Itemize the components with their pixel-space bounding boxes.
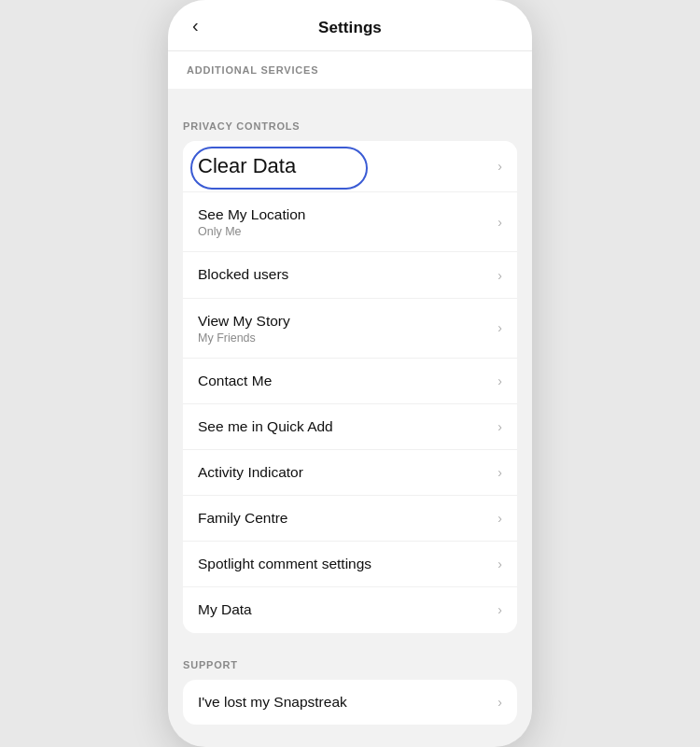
- chevron-icon-clear-data: ›: [497, 159, 502, 174]
- privacy-controls-section: PRIVACY CONTROLS Clear Data › See My Loc…: [168, 104, 532, 632]
- page-title: Settings: [318, 19, 382, 37]
- menu-item-lost-snapstreak[interactable]: I've lost my Snapstreak ›: [183, 680, 517, 725]
- menu-item-content-my-data: My Data: [198, 600, 252, 619]
- menu-item-see-me-quick-add[interactable]: See me in Quick Add ›: [183, 404, 517, 450]
- menu-item-title-family-centre: Family Centre: [198, 509, 287, 528]
- support-header: SUPPORT: [168, 655, 532, 680]
- chevron-icon-spotlight-comment: ›: [497, 557, 502, 571]
- menu-item-title-blocked-users: Blocked users: [198, 265, 288, 284]
- menu-item-content-lost-snapstreak: I've lost my Snapstreak: [198, 693, 347, 712]
- privacy-controls-card: Clear Data › See My Location Only Me › B…: [183, 141, 517, 632]
- menu-item-title-see-my-location: See My Location: [198, 205, 305, 224]
- additional-services-label: ADDITIONAL SERVICES: [187, 64, 318, 76]
- menu-item-subtitle-view-my-story: My Friends: [198, 331, 290, 345]
- menu-item-title-see-me-quick-add: See me in Quick Add: [198, 417, 333, 436]
- back-button[interactable]: ‹: [185, 11, 206, 40]
- menu-item-content-view-my-story: View My Story My Friends: [198, 312, 290, 345]
- menu-item-title-spotlight-comment: Spotlight comment settings: [198, 555, 371, 573]
- menu-item-content-blocked-users: Blocked users: [198, 265, 288, 284]
- menu-item-my-data[interactable]: My Data ›: [183, 587, 517, 632]
- privacy-controls-header: PRIVACY CONTROLS: [168, 104, 532, 141]
- chevron-icon-activity-indicator: ›: [497, 465, 502, 480]
- menu-item-contact-me[interactable]: Contact Me ›: [183, 359, 517, 404]
- support-card: I've lost my Snapstreak ›: [183, 680, 517, 725]
- menu-item-content-family-centre: Family Centre: [198, 509, 287, 528]
- chevron-icon-my-data: ›: [497, 602, 502, 617]
- support-section: SUPPORT I've lost my Snapstreak ›: [168, 655, 532, 725]
- menu-item-see-my-location[interactable]: See My Location Only Me ›: [183, 192, 517, 252]
- menu-item-title-lost-snapstreak: I've lost my Snapstreak: [198, 693, 347, 712]
- chevron-icon-see-me-quick-add: ›: [497, 419, 502, 434]
- chevron-icon-lost-snapstreak: ›: [497, 695, 502, 710]
- clear-data-label: Clear Data: [198, 154, 296, 178]
- privacy-controls-label: PRIVACY CONTROLS: [183, 120, 300, 132]
- menu-item-title-view-my-story: View My Story: [198, 312, 290, 331]
- menu-item-content-see-me-quick-add: See me in Quick Add: [198, 417, 333, 436]
- chevron-icon-blocked-users: ›: [497, 268, 502, 283]
- menu-item-content-spotlight-comment: Spotlight comment settings: [198, 555, 371, 573]
- chevron-icon-family-centre: ›: [497, 511, 502, 526]
- menu-item-title-my-data: My Data: [198, 600, 252, 619]
- spacer-1: [168, 89, 532, 104]
- chevron-icon-see-my-location: ›: [497, 215, 502, 230]
- menu-item-content-see-my-location: See My Location Only Me: [198, 205, 305, 238]
- menu-item-title-contact-me: Contact Me: [198, 372, 272, 390]
- menu-item-view-my-story[interactable]: View My Story My Friends ›: [183, 299, 517, 359]
- menu-item-blocked-users[interactable]: Blocked users ›: [183, 252, 517, 298]
- header: ‹ Settings: [168, 0, 532, 51]
- menu-item-content-contact-me: Contact Me: [198, 372, 272, 390]
- phone-frame: ‹ Settings ADDITIONAL SERVICES PRIVACY C…: [168, 0, 532, 746]
- additional-services-bar: ADDITIONAL SERVICES: [168, 51, 532, 89]
- menu-item-spotlight-comment[interactable]: Spotlight comment settings ›: [183, 542, 517, 587]
- menu-item-content-activity-indicator: Activity Indicator: [198, 463, 303, 482]
- bottom-spacer: [168, 725, 532, 747]
- menu-item-subtitle-see-my-location: Only Me: [198, 225, 305, 238]
- menu-item-clear-data[interactable]: Clear Data ›: [183, 141, 517, 192]
- chevron-icon-contact-me: ›: [497, 374, 502, 388]
- chevron-icon-view-my-story: ›: [497, 320, 502, 335]
- menu-item-family-centre[interactable]: Family Centre ›: [183, 496, 517, 542]
- support-label: SUPPORT: [183, 659, 238, 670]
- menu-item-title-activity-indicator: Activity Indicator: [198, 463, 303, 482]
- menu-item-activity-indicator[interactable]: Activity Indicator ›: [183, 450, 517, 496]
